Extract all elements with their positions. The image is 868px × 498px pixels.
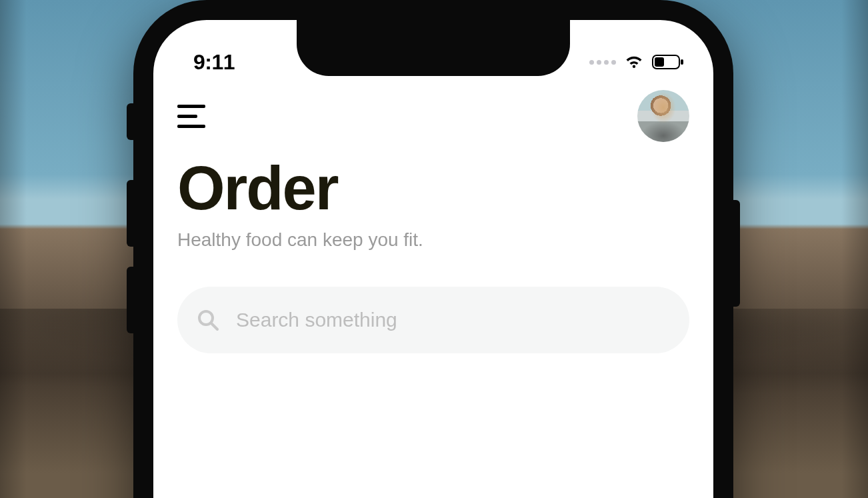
power-button[interactable] — [733, 200, 740, 307]
svg-rect-2 — [681, 59, 683, 65]
svg-line-4 — [211, 323, 217, 329]
app-header — [153, 90, 713, 142]
cellular-icon — [589, 60, 616, 65]
page-subtitle: Healthy food can keep you fit. — [177, 229, 689, 251]
menu-button[interactable] — [177, 103, 205, 129]
mute-switch[interactable] — [127, 103, 133, 140]
menu-icon — [177, 105, 205, 108]
notch — [297, 20, 570, 76]
search-input[interactable] — [236, 309, 671, 331]
phone-screen: 9:11 — [153, 20, 713, 498]
search-container — [177, 287, 689, 353]
phone-frame: 9:11 — [133, 0, 733, 498]
status-time: 9:11 — [193, 50, 235, 75]
search-icon — [196, 308, 220, 332]
profile-avatar[interactable] — [637, 90, 689, 142]
menu-icon — [177, 115, 197, 118]
wifi-icon — [624, 55, 644, 69]
headline: Order Healthy food can keep you fit. — [177, 157, 689, 251]
svg-rect-1 — [655, 57, 664, 67]
status-icons — [589, 55, 684, 69]
menu-icon — [177, 125, 205, 128]
page-title: Order — [177, 157, 689, 219]
volume-up-button[interactable] — [127, 180, 133, 247]
search-field[interactable] — [177, 287, 689, 353]
volume-down-button[interactable] — [127, 267, 133, 333]
battery-icon — [652, 55, 684, 69]
